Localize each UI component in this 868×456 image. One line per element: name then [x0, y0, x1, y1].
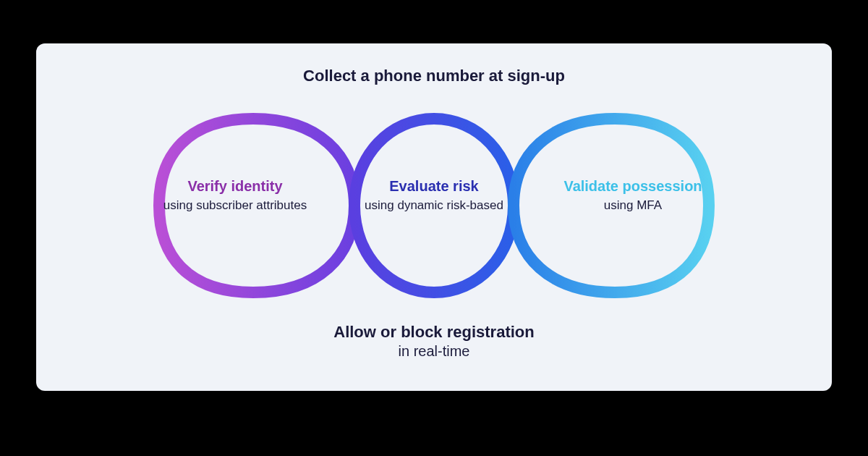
node-title: Verify identity [163, 178, 307, 195]
header-text: Collect a phone number at sign-up [65, 67, 803, 85]
footer-text: Allow or block registration in real-time [65, 323, 803, 360]
node-title: Validate possession [561, 178, 705, 195]
node-subtitle: using subscriber attributes [163, 198, 307, 214]
node-title: Evaluate risk [362, 178, 506, 195]
node-validate-possession: Validate possession using MFA [561, 178, 705, 214]
diagram-card: Collect a phone number at sign-up [36, 43, 832, 391]
node-subtitle: using MFA [561, 198, 705, 214]
footer-title: Allow or block registration [65, 323, 803, 342]
node-verify-identity: Verify identity using subscriber attribu… [163, 178, 307, 214]
loops-container: Verify identity using subscriber attribu… [65, 97, 803, 314]
node-subtitle: using dynamic risk-based [362, 198, 506, 214]
footer-subtitle: in real-time [65, 343, 803, 360]
node-evaluate-risk: Evaluate risk using dynamic risk-based [362, 178, 506, 214]
